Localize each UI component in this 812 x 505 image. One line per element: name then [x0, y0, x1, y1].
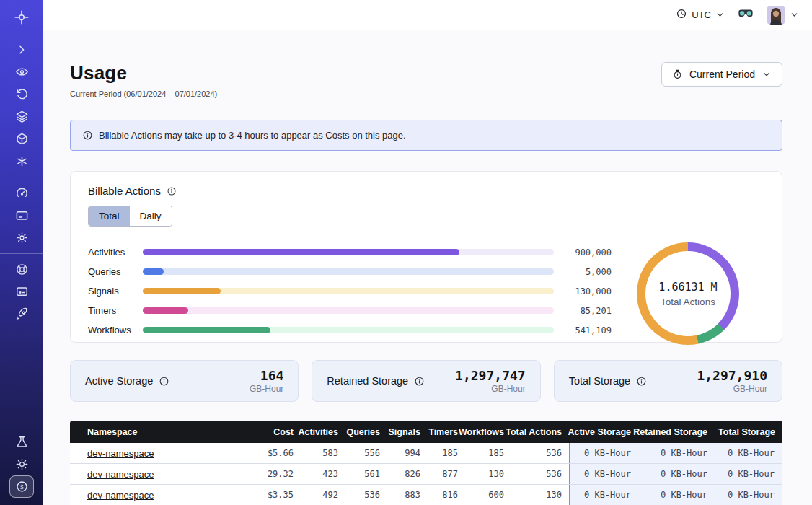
gauge-icon[interactable]: [9, 182, 34, 204]
active-storage-cell: 0 KB-Hour: [569, 485, 638, 505]
table-row: dev-namespace $5.66 583 556 994 185 185 …: [70, 443, 782, 464]
bar-row-timers: Timers 85,201: [88, 301, 612, 320]
bar-row-activities: Activities 900,000: [88, 242, 612, 262]
total-actions-donut: 1.66131 M Total Actions: [637, 242, 739, 345]
bar-value: 900,000: [564, 247, 612, 258]
retained-storage-cell: 0 KB-Hour: [638, 464, 715, 484]
timezone-selector[interactable]: UTC: [676, 8, 725, 22]
bar-fill: [143, 249, 459, 255]
history-icon[interactable]: [9, 83, 34, 105]
timezone-label: UTC: [692, 9, 711, 20]
active-storage-cell: 0 KB-Hour: [569, 443, 638, 463]
namespace-usage-table: Namespace Cost Activities Queries Signal…: [70, 421, 782, 505]
bar-label: Workflows: [88, 325, 133, 335]
workflows-cell: 130: [465, 464, 511, 484]
storage-card-label: Active Storage: [85, 375, 153, 387]
usd-coin-icon[interactable]: $: [9, 475, 34, 498]
bar-track: [143, 268, 554, 275]
billable-actions-title: Billable Actions: [88, 185, 161, 197]
tab-total[interactable]: Total: [89, 206, 130, 226]
bar-fill: [143, 327, 270, 333]
flask-icon[interactable]: [9, 431, 34, 453]
column-header: Cost: [231, 421, 301, 443]
signals-cell: 826: [387, 464, 428, 484]
sidebar-divider: [0, 177, 43, 177]
collapse-chevron-icon[interactable]: [9, 38, 34, 61]
bar-row-workflows: Workflows 541,109: [88, 320, 612, 340]
goggles-icon[interactable]: [738, 8, 754, 22]
bar-track: [143, 307, 554, 314]
storage-card-unit: GB-Hour: [697, 384, 767, 394]
bar-label: Activities: [88, 247, 133, 258]
lifebuoy-icon[interactable]: [9, 258, 34, 281]
column-header: Activities: [301, 421, 345, 443]
column-header: Signals: [387, 421, 428, 443]
total-storage-cell: 0 KB-Hour: [715, 464, 782, 484]
rocket-icon[interactable]: [9, 303, 34, 325]
storage-card-unit: GB-Hour: [250, 384, 283, 394]
storage-card-unit: GB-Hour: [455, 384, 526, 394]
column-header: Workflows: [465, 421, 511, 443]
banner-text: Billable Actions may take up to 3-4 hour…: [99, 130, 406, 141]
storage-card-value: 1,297,910: [697, 368, 767, 383]
billable-actions-card: Billable Actions Total Daily Activities …: [70, 171, 782, 343]
signals-cell: 883: [387, 485, 428, 505]
namespace-link[interactable]: dev-namespace: [87, 469, 154, 480]
retained-storage-cell: 0 KB-Hour: [638, 443, 715, 463]
chevron-down-icon: [715, 10, 725, 19]
billing-card-icon[interactable]: [9, 204, 34, 227]
page-subtitle: Current Period (06/01/2024 – 07/01/2024): [70, 89, 217, 98]
retained-storage-card: Retained Storage 1,297,747 GB-Hour: [312, 360, 540, 402]
workflows-cell: 600: [465, 485, 511, 505]
bar-label: Queries: [88, 266, 133, 277]
table-row: dev-namespace 29.32 423 561 826 877 130 …: [70, 464, 782, 485]
svg-text:$: $: [19, 483, 23, 491]
settings-gear-icon[interactable]: [9, 227, 34, 249]
cube-icon[interactable]: [9, 128, 34, 150]
column-header: Total Storage: [715, 421, 782, 443]
tab-daily[interactable]: Daily: [130, 206, 172, 226]
active-storage-card: Active Storage 164 GB-Hour: [70, 360, 299, 402]
bar-track: [143, 249, 554, 255]
bar-fill: [143, 288, 221, 294]
active-storage-cell: 0 KB-Hour: [569, 464, 638, 484]
user-menu[interactable]: [767, 6, 799, 25]
temporal-logo-icon[interactable]: [9, 6, 34, 28]
activities-cell: 583: [301, 443, 345, 463]
donut-value: 1.66131 M: [658, 281, 717, 294]
avatar: [767, 6, 785, 25]
info-icon: [82, 130, 93, 141]
total-actions-cell: 130: [511, 485, 569, 505]
eye-icon[interactable]: [9, 61, 34, 83]
app-window: $ UTC U: [0, 0, 812, 505]
total-actions-cell: 536: [511, 464, 569, 484]
total-daily-toggle: Total Daily: [88, 206, 172, 227]
total-storage-cell: 0 KB-Hour: [715, 485, 782, 505]
retained-storage-cell: 0 KB-Hour: [638, 485, 715, 505]
bar-fill: [143, 268, 164, 275]
bar-track: [143, 288, 554, 294]
period-selector-button[interactable]: Current Period: [661, 62, 782, 87]
sun-icon[interactable]: [9, 453, 34, 475]
workflows-cell: 185: [465, 443, 511, 463]
sidebar: $: [0, 0, 43, 505]
feedback-monitor-icon[interactable]: [9, 281, 34, 303]
namespace-link[interactable]: dev-namespace: [87, 490, 154, 501]
bar-value: 85,201: [564, 306, 612, 316]
period-selector-label: Current Period: [689, 69, 755, 80]
layers-icon[interactable]: [9, 105, 34, 128]
column-header: Retained Storage: [638, 421, 715, 443]
queries-cell: 556: [345, 443, 387, 463]
column-header: Total Actions: [511, 421, 569, 443]
column-header: Active Storage: [569, 421, 638, 443]
table-row: dev-namespace $3.35 492 536 883 816 600 …: [70, 485, 782, 505]
namespace-link[interactable]: dev-namespace: [87, 448, 154, 459]
queries-cell: 561: [345, 464, 387, 484]
bar-row-queries: Queries 5,000: [88, 262, 612, 281]
asterisk-icon[interactable]: [9, 150, 34, 172]
bar-value: 541,109: [564, 325, 612, 335]
storage-card-label: Retained Storage: [327, 375, 408, 387]
bar-value: 5,000: [564, 267, 612, 277]
bar-value: 130,000: [564, 286, 612, 297]
info-icon: [414, 376, 425, 387]
